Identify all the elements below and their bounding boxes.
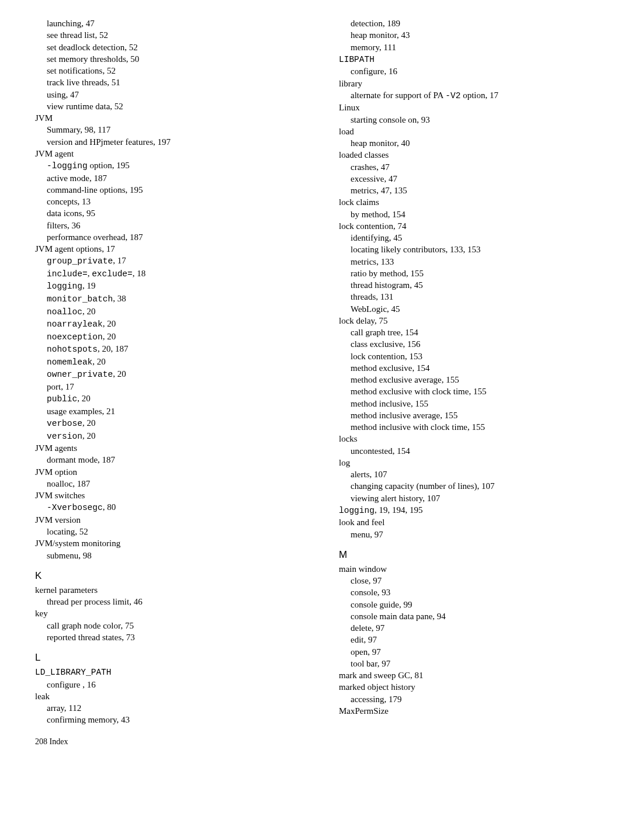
index-entry: thread per process limit, 46: [35, 596, 304, 608]
index-entry: confirming memory, 43: [35, 714, 304, 726]
index-entry: method inclusive average, 155: [339, 409, 608, 421]
index-entry: crashes, 47: [339, 161, 608, 173]
index-entry: mark and sweep GC, 81: [339, 669, 608, 681]
index-entry: locks: [339, 433, 608, 445]
index-entry: verbose, 20: [35, 417, 304, 430]
index-entry: public, 20: [35, 393, 304, 405]
index-entry: nomemleak, 20: [35, 356, 304, 369]
index-entry: identifying, 45: [339, 232, 608, 244]
index-entry: tool bar, 97: [339, 658, 608, 669]
index-entry: track live threads, 51: [35, 77, 304, 88]
section-letter: L: [35, 651, 304, 665]
index-entry: monitor_batch, 38: [35, 293, 304, 306]
index-entry: nohotspots, 20, 187: [35, 343, 304, 356]
right-column: detection, 189heap monitor, 43memory, 11…: [339, 18, 608, 726]
index-columns: launching, 47see thread list, 52set dead…: [35, 18, 608, 726]
index-entry: Summary, 98, 117: [35, 124, 304, 136]
index-entry: close, 97: [339, 575, 608, 586]
index-entry: command-line options, 195: [35, 184, 304, 196]
index-entry: console main data pane, 94: [339, 610, 608, 622]
index-entry: delete, 97: [339, 622, 608, 634]
index-entry: JVM: [35, 112, 304, 124]
index-entry: -Xverbosegc, 80: [35, 501, 304, 514]
index-entry: JVM agents: [35, 442, 304, 454]
index-entry: version and HPjmeter features, 197: [35, 136, 304, 148]
index-entry: LIBPATH: [339, 53, 608, 66]
index-entry: excessive, 47: [339, 173, 608, 185]
index-entry: method exclusive with clock time, 155: [339, 386, 608, 397]
index-entry: lock contention, 153: [339, 350, 608, 362]
left-column: launching, 47see thread list, 52set dead…: [35, 18, 304, 726]
index-entry: method exclusive, 154: [339, 362, 608, 374]
index-entry: configure, 16: [339, 65, 608, 77]
index-entry: JVM/system monitoring: [35, 537, 304, 549]
index-entry: alternate for support of PA -V2 option, …: [339, 89, 608, 102]
index-entry: -logging option, 195: [35, 159, 304, 172]
index-entry: logging, 19, 194, 195: [339, 504, 608, 517]
index-entry: set deadlock detection, 52: [35, 41, 304, 53]
index-entry: performance overhead, 187: [35, 231, 304, 243]
index-entry: class exclusive, 156: [339, 338, 608, 350]
index-entry: group_private, 17: [35, 255, 304, 268]
index-entry: main window: [339, 563, 608, 575]
index-entry: noexception, 20: [35, 331, 304, 343]
page-footer: 208 Index: [35, 737, 608, 748]
index-entry: console guide, 99: [339, 599, 608, 610]
index-entry: console, 93: [339, 586, 608, 598]
index-entry: method exclusive average, 155: [339, 374, 608, 386]
index-entry: owner_private, 20: [35, 368, 304, 381]
index-entry: locating likely contributors, 133, 153: [339, 244, 608, 255]
index-entry: viewing alert history, 107: [339, 492, 608, 504]
index-entry: concepts, 13: [35, 196, 304, 207]
index-entry: locating, 52: [35, 526, 304, 537]
index-entry: accessing, 179: [339, 693, 608, 705]
index-entry: usage examples, 21: [35, 405, 304, 417]
index-entry: LD_LIBRARY_PATH: [35, 666, 304, 679]
index-entry: heap monitor, 43: [339, 29, 608, 41]
index-entry: menu, 97: [339, 529, 608, 540]
index-entry: JVM version: [35, 514, 304, 526]
index-entry: data icons, 95: [35, 207, 304, 219]
index-entry: log: [339, 457, 608, 468]
index-entry: lock claims: [339, 196, 608, 208]
index-entry: detection, 189: [339, 18, 608, 29]
index-entry: active mode, 187: [35, 172, 304, 184]
index-entry: library: [339, 78, 608, 89]
index-entry: ratio by method, 155: [339, 268, 608, 279]
index-entry: key: [35, 608, 304, 619]
index-entry: starting console on, 93: [339, 114, 608, 126]
index-entry: JVM agent options, 17: [35, 243, 304, 255]
index-entry: noalloc, 187: [35, 478, 304, 490]
index-entry: lock delay, 75: [339, 315, 608, 327]
index-entry: reported thread states, 73: [35, 631, 304, 643]
index-entry: open, 97: [339, 646, 608, 658]
index-entry: changing capacity (number of lines), 107: [339, 480, 608, 492]
index-entry: set memory thresholds, 50: [35, 53, 304, 65]
index-entry: threads, 131: [339, 291, 608, 303]
index-entry: method inclusive with clock time, 155: [339, 421, 608, 433]
index-entry: marked object history: [339, 681, 608, 693]
index-entry: memory, 111: [339, 41, 608, 53]
index-entry: method inclusive, 155: [339, 398, 608, 409]
index-entry: dormant mode, 187: [35, 454, 304, 466]
index-entry: lock contention, 74: [339, 220, 608, 232]
index-entry: version, 20: [35, 430, 304, 443]
section-letter: M: [339, 549, 608, 562]
index-entry: submenu, 98: [35, 550, 304, 561]
index-entry: using, 47: [35, 89, 304, 100]
index-entry: array, 112: [35, 702, 304, 714]
index-entry: noalloc, 20: [35, 306, 304, 318]
index-entry: uncontested, 154: [339, 445, 608, 457]
index-entry: leak: [35, 690, 304, 702]
index-entry: load: [339, 126, 608, 137]
index-entry: heap monitor, 40: [339, 137, 608, 149]
index-entry: see thread list, 52: [35, 29, 304, 41]
index-entry: MaxPermSize: [339, 705, 608, 717]
index-entry: edit, 97: [339, 634, 608, 645]
index-entry: noarrayleak, 20: [35, 318, 304, 331]
index-entry: alerts, 107: [339, 468, 608, 480]
index-entry: port, 17: [35, 381, 304, 393]
index-entry: call graph node color, 75: [35, 620, 304, 631]
index-entry: kernel parameters: [35, 584, 304, 596]
index-entry: thread histogram, 45: [339, 279, 608, 291]
